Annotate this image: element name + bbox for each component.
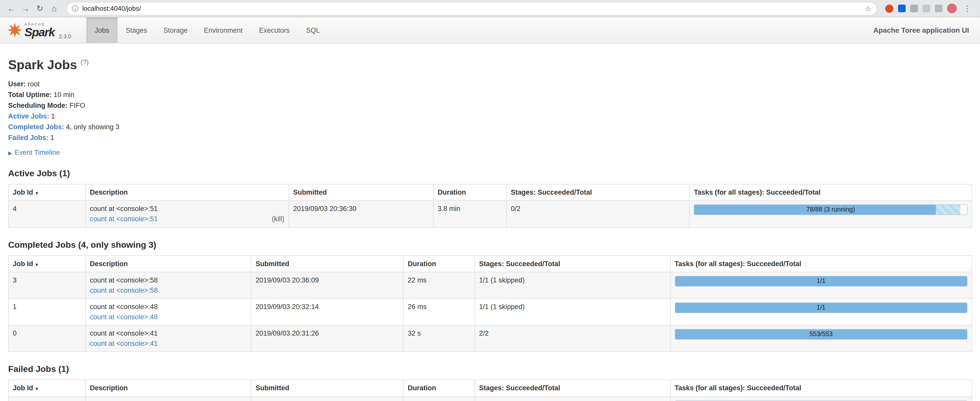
- extension-adblock-icon[interactable]: [885, 4, 893, 13]
- column-label: Submitted: [256, 260, 290, 267]
- header-row: Job Id▾DescriptionSubmittedDurationStage…: [8, 184, 972, 201]
- job-id-cell: 1: [8, 299, 86, 325]
- duration-cell: 3.8 min: [433, 201, 506, 227]
- profile-avatar[interactable]: [947, 3, 957, 13]
- completed-jobs-section: Completed Jobs (4, only showing 3)Job Id…: [8, 240, 972, 352]
- extension-icon-1[interactable]: [910, 5, 918, 12]
- description-link[interactable]: count at <console>:41: [90, 339, 158, 348]
- spark-word: Spark: [24, 26, 55, 38]
- summary-scheduling-value: FIFO: [70, 102, 85, 109]
- column-header-5[interactable]: Tasks (for all stages): Succeeded/Total: [690, 184, 972, 201]
- column-header-4[interactable]: Stages: Succeeded/Total: [475, 255, 670, 272]
- tasks-cell: 1/1: [670, 299, 972, 325]
- column-label: Description: [90, 384, 128, 392]
- header-row: Job Id▾DescriptionSubmittedDurationStage…: [8, 380, 972, 397]
- screen: ← → ↻ ⌂ ⓘ localhost:4040/jobs/ ☆ ⋮ APACH…: [0, 0, 980, 401]
- column-label: Tasks (for all stages): Succeeded/Total: [675, 384, 801, 392]
- tasks-progress-bar: 1/1: [675, 276, 967, 286]
- column-label: Submitted: [293, 188, 327, 196]
- tab-jobs[interactable]: Jobs: [87, 18, 118, 43]
- column-label: Job Id: [13, 260, 33, 267]
- event-timeline-toggle[interactable]: ▶Event Timeline: [8, 149, 972, 156]
- application-title: Apache Toree application UI: [873, 26, 980, 34]
- tasks-progress-bar: 78/88 (3 running): [694, 205, 967, 215]
- section-heading: Completed Jobs (4, only showing 3): [8, 240, 972, 250]
- column-header-0[interactable]: Job Id▾: [8, 184, 86, 201]
- extension-icon-3[interactable]: [935, 5, 942, 12]
- completed-jobs-link[interactable]: Completed Jobs:: [8, 123, 64, 131]
- job-id-cell: 2: [8, 397, 86, 401]
- section-heading: Active Jobs (1): [8, 169, 972, 179]
- summary-scheduling-mode: Scheduling Mode: FIFO: [8, 101, 972, 111]
- column-label: Job Id: [13, 188, 33, 196]
- column-header-4[interactable]: Stages: Succeeded/Total: [506, 184, 690, 201]
- column-header-3[interactable]: Duration: [404, 255, 475, 272]
- summary-uptime: Total Uptime: 10 min: [8, 90, 972, 101]
- tab-executors[interactable]: Executors: [251, 18, 298, 43]
- description-cell: count at <console>:48count at <console>:…: [86, 299, 251, 325]
- sort-caret-icon: ▾: [36, 262, 38, 267]
- summary-completed-value: 4, only showing 3: [66, 123, 119, 131]
- sort-caret-icon: ▾: [36, 387, 38, 391]
- table-row: 2count at <console>:41count at <console>…: [8, 397, 972, 401]
- column-header-0[interactable]: Job Id▾: [8, 255, 86, 272]
- column-header-2[interactable]: Submitted: [289, 184, 433, 201]
- home-icon[interactable]: ⌂: [48, 2, 60, 14]
- description-link[interactable]: count at <console>:48: [90, 312, 158, 322]
- progress-label: 78/88 (3 running): [694, 205, 967, 215]
- tab-storage[interactable]: Storage: [155, 18, 196, 43]
- header-row: Job Id▾DescriptionSubmittedDurationStage…: [8, 255, 972, 272]
- address-bar[interactable]: ⓘ localhost:4040/jobs/ ☆: [67, 2, 877, 15]
- column-header-5[interactable]: Tasks (for all stages): Succeeded/Total: [670, 380, 972, 397]
- column-header-1[interactable]: Description: [86, 255, 251, 272]
- column-header-4[interactable]: Stages: Succeeded/Total: [475, 380, 670, 397]
- description-link[interactable]: count at <console>:58: [90, 285, 158, 295]
- tab-environment[interactable]: Environment: [196, 18, 251, 43]
- column-label: Duration: [408, 260, 436, 267]
- column-label: Tasks (for all stages): Succeeded/Total: [694, 188, 821, 196]
- summary-failed-value: 1: [50, 134, 54, 142]
- bookmark-star-icon[interactable]: ☆: [865, 4, 872, 13]
- summary-completed-jobs: Completed Jobs: 4, only showing 3: [8, 122, 972, 133]
- summary-active-jobs: Active Jobs: 1: [8, 111, 972, 122]
- extension-icon-2[interactable]: [923, 5, 930, 12]
- forward-icon[interactable]: →: [19, 2, 32, 14]
- summary-user-value: root: [28, 80, 40, 88]
- tab-sql[interactable]: SQL: [298, 18, 328, 43]
- stages-cell: 0/1 (1 failed) (1 skipped): [475, 397, 670, 401]
- reload-icon[interactable]: ↻: [34, 2, 46, 14]
- kill-link[interactable]: (kill): [272, 214, 285, 224]
- column-header-2[interactable]: Submitted: [251, 380, 404, 397]
- browser-menu-icon[interactable]: ⋮: [961, 4, 973, 13]
- stages-cell: 0/2: [506, 201, 690, 227]
- duration-cell: 26 ms: [404, 299, 475, 325]
- column-header-3[interactable]: Duration: [404, 380, 475, 397]
- table-row: 0count at <console>:41count at <console>…: [8, 325, 972, 352]
- summary-user: User: root: [8, 80, 972, 90]
- description-link[interactable]: count at <console>:51: [90, 214, 158, 224]
- failed-jobs-link[interactable]: Failed Jobs:: [8, 134, 49, 142]
- column-header-0[interactable]: Job Id▾: [8, 380, 86, 397]
- site-info-icon[interactable]: ⓘ: [72, 4, 79, 13]
- tasks-cell: 1/1: [670, 272, 972, 299]
- failed-jobs-section: Failed Jobs (1)Job Id▾DescriptionSubmitt…: [8, 364, 972, 401]
- back-icon[interactable]: ←: [5, 2, 18, 14]
- column-header-5[interactable]: Tasks (for all stages): Succeeded/Total: [670, 255, 972, 272]
- active-jobs-link[interactable]: Active Jobs:: [8, 112, 49, 120]
- tab-stages[interactable]: Stages: [118, 18, 155, 43]
- summary-user-label: User:: [8, 80, 26, 88]
- extension-blue-icon[interactable]: [898, 5, 906, 12]
- column-header-3[interactable]: Duration: [433, 184, 506, 201]
- url-text[interactable]: localhost:4040/jobs/: [82, 5, 141, 12]
- column-header-1[interactable]: Description: [86, 380, 251, 397]
- spark-logo: APACHE Spark: [0, 18, 57, 43]
- help-link[interactable]: (?): [80, 58, 89, 66]
- column-header-1[interactable]: Description: [86, 184, 289, 201]
- column-header-2[interactable]: Submitted: [251, 255, 404, 272]
- spark-wordmark: APACHE Spark: [24, 22, 55, 38]
- description-cell: count at <console>:41count at <console>:…: [86, 397, 251, 401]
- jobs-table: Job Id▾DescriptionSubmittedDurationStage…: [8, 255, 972, 352]
- browser-toolbar: ← → ↻ ⌂ ⓘ localhost:4040/jobs/ ☆ ⋮: [0, 0, 980, 18]
- description-cell: count at <console>:51count at <console>:…: [86, 201, 289, 227]
- spark-version: 2.3.0: [57, 33, 71, 43]
